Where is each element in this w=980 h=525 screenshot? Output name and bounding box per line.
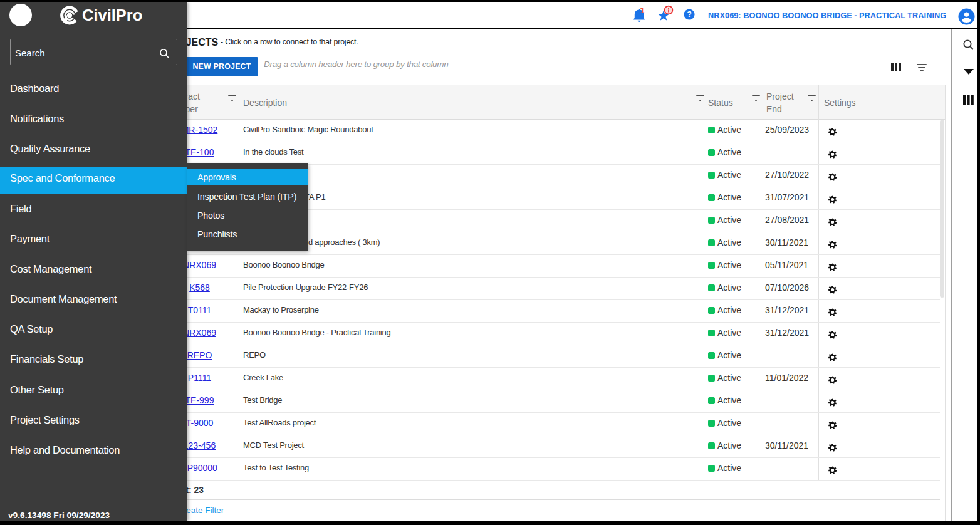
svg-text:1: 1 [640, 6, 645, 15]
svg-text:?: ? [687, 10, 692, 19]
